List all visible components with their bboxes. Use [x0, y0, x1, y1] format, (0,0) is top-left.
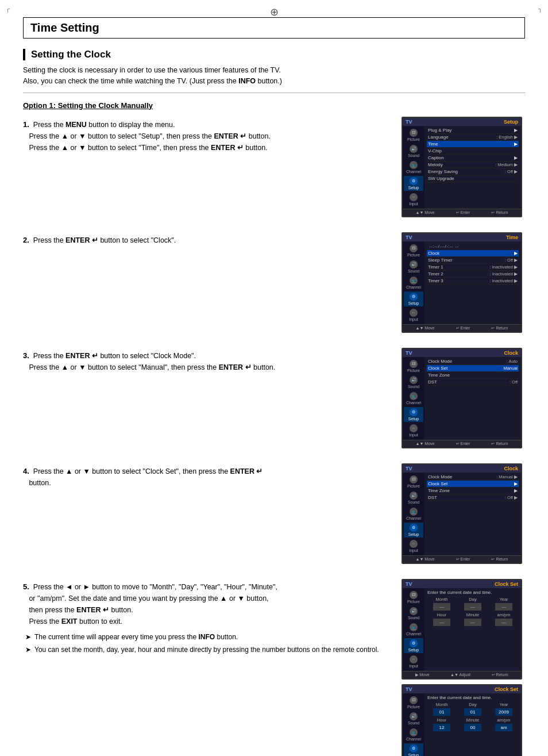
tv-header-csf: TV Clock Set	[403, 685, 521, 693]
sidebar-picture-2: 🖼 Picture	[404, 243, 423, 258]
intro-line2-end: button.)	[256, 77, 282, 85]
setup-icon-5f: ⚙	[410, 745, 418, 753]
clock-col-day-filled: Day 01	[458, 702, 487, 716]
sidebar-picture-5e: 🖼 Picture	[404, 590, 423, 605]
sidebar-sound-4: 🔊 Sound	[404, 490, 423, 505]
menu-row-dst2: DST : Off ▶	[427, 494, 519, 501]
sound-icon-5e: 🔊	[410, 607, 418, 615]
step-1-content: 1. Press the MENU button to display the …	[23, 117, 402, 154]
channel-icon: 📺	[410, 161, 418, 169]
channel-icon-2: 📺	[410, 277, 418, 285]
menu-row-clockset-manual: Clock Set Manual	[427, 365, 519, 372]
step-4: 4. Press the ▲ or ▼ button to select "Cl…	[23, 463, 525, 569]
step-5-content: 5. Press the ◄ or ► button to move to "M…	[23, 579, 402, 658]
step-3-text: 3. Press the ENTER ↵ button to select "C…	[23, 348, 396, 374]
picture-icon: 🖼	[410, 129, 418, 137]
clock-col-day-empty: Day —	[458, 597, 487, 611]
sidebar-setup-2: ⚙ Setup	[404, 291, 423, 306]
tv-body-clock-mode: 🖼 Picture 🔊 Sound 📺 Channel ⚙ Setup	[403, 357, 521, 440]
tv-content-clock-mode: Clock Mode : Auto Clock Set Manual Time …	[424, 357, 521, 440]
sidebar-input-2: ↔ Input	[404, 308, 423, 323]
intro-line1: Setting the clock is necessary in order …	[23, 66, 281, 74]
section-title: Setting the Clock	[31, 49, 525, 60]
clock-grid-time-empty: Hour — Minute — am/pm —	[427, 612, 518, 626]
intro-bold: INFO	[238, 77, 256, 85]
tv-footer-time: ▲▼ Move ↵ Enter ↩ Return	[403, 324, 521, 332]
sidebar-input-4: ↔ Input	[404, 539, 423, 554]
tv-content-time: --:--/---/-:-- -- Clock ▶ Sleep Timer : …	[424, 241, 521, 324]
clock-col-year-empty: Year —	[489, 597, 518, 611]
step-1-num: 1.	[23, 120, 29, 129]
menu-row-vchip: V-Chip	[427, 148, 519, 155]
sidebar-channel-3: 📺 Channel	[404, 391, 423, 406]
sub-bullet-2: ➤ You can set the month, day, year, hour…	[25, 644, 396, 655]
step-3-num: 3.	[23, 351, 29, 360]
sidebar-sound: 🔊 Sound	[404, 144, 423, 159]
sidebar-channel-5e: 📺 Channel	[404, 622, 423, 637]
sidebar-picture-3: 🖼 Picture	[404, 359, 423, 374]
sub-bullet-1-text: The current time will appear every time …	[34, 632, 238, 642]
menu-row-melody: Melody : Medium ▶	[427, 162, 519, 168]
sidebar-setup-3: ⚙ Setup	[404, 407, 423, 422]
step-2-text: 2. Press the ENTER ↵ button to select "C…	[23, 232, 396, 247]
sound-icon-4: 🔊	[410, 492, 418, 500]
tv-content-setup: Plug & Play ▶ Language : English ▶ Time …	[424, 126, 521, 209]
menu-row-cs2: Clock Set ▶	[427, 481, 519, 488]
tv-screen-clock-mode: TV Clock 🖼 Picture 🔊 Sound 📺 Channel	[402, 348, 522, 448]
tv-body-clock-select: 🖼 Picture 🔊 Sound 📺 Channel ⚙ Setup	[403, 473, 521, 555]
sidebar-channel-4: 📺 Channel	[404, 506, 423, 521]
menu-row-caption: Caption ▶	[427, 155, 519, 162]
channel-icon-5f: 📺	[410, 728, 418, 736]
tv-footer-setup: ▲▼ Move ↵ Enter ↩ Return	[403, 209, 521, 216]
tv-header-cse: TV Clock Set	[403, 580, 521, 588]
step-5-num: 5.	[23, 582, 29, 591]
tv-body-setup: 🖼 Picture 🔊 Sound 📺 Channel ⚙ Setup	[403, 126, 521, 209]
tv-sidebar-time: 🖼 Picture 🔊 Sound 📺 Channel ⚙ Setup	[403, 241, 424, 324]
menu-row-clockmode: Clock Mode : Auto	[427, 358, 519, 365]
clock-col-hour-filled: Hour 12	[427, 717, 456, 731]
step-3-content: 3. Press the ENTER ↵ button to select "C…	[23, 348, 402, 374]
clock-set-content-empty: Enter the current date and time. Month —…	[424, 588, 521, 671]
step-1: 1. Press the MENU button to display the …	[23, 117, 525, 222]
sound-icon-2: 🔊	[410, 260, 418, 268]
step-4-content: 4. Press the ▲ or ▼ button to select "Cl…	[23, 463, 402, 489]
input-icon-2: ↔	[410, 309, 418, 317]
menu-row-time: Time ▶	[427, 141, 519, 148]
step-4-image: TV Clock 🖼 Picture 🔊 Sound 📺 Channel	[402, 463, 525, 569]
tv-sidebar-csf: 🖼 Picture 🔊 Sound 📺 Channel ⚙ Setup	[403, 693, 424, 757]
clock-col-minute-empty: Minute —	[458, 612, 487, 626]
tv-body-cse: 🖼 Picture 🔊 Sound 📺 Channel ⚙ Setup	[403, 588, 521, 671]
clock-col-month-filled: Month 01	[427, 702, 456, 716]
step-5-sub-bullets: ➤ The current time will appear every tim…	[25, 632, 396, 655]
tv-header-clock-mode: TV Clock	[403, 349, 521, 357]
tv-screen-setup: TV Setup 🖼 Picture 🔊 Sound 📺 Channel	[402, 117, 522, 217]
step-5-image: TV Clock Set 🖼 Picture 🔊 Sound 📺 Channe	[402, 579, 525, 757]
clock-set-content-filled: Enter the current date and time. Month 0…	[424, 693, 521, 757]
clock-col-minute-filled: Minute 00	[458, 717, 487, 731]
clock-set-prompt-filled: Enter the current date and time.	[427, 695, 518, 700]
sound-icon-5f: 🔊	[410, 712, 418, 720]
clock-col-year-filled: Year 2009	[489, 702, 518, 716]
tv-footer-clock-mode: ▲▼ Move ↵ Enter ↩ Return	[403, 440, 521, 447]
section-heading: Setting the Clock	[23, 49, 525, 60]
clock-grid-date-filled: Month 01 Day 01 Year 2009	[427, 702, 518, 716]
tv-header-clock-select: TV Clock	[403, 465, 521, 473]
clock-col-ampm-empty: am/pm —	[489, 612, 518, 626]
menu-row-language: Language : English ▶	[427, 134, 519, 141]
page-title: Time Setting	[30, 21, 518, 34]
tv-screen-time: TV Time 🖼 Picture 🔊 Sound 📺 Channel	[402, 232, 522, 333]
menu-row-timezone: Time Zone	[427, 372, 519, 379]
menu-row-plug: Plug & Play ▶	[427, 127, 519, 134]
step-3: 3. Press the ENTER ↵ button to select "C…	[23, 348, 525, 453]
sidebar-setup-4: ⚙ Setup	[404, 523, 423, 538]
channel-icon-3: 📺	[410, 392, 418, 400]
menu-row-cm2: Clock Mode : Manual ▶	[427, 474, 519, 481]
page-title-box: Time Setting	[23, 17, 525, 39]
picture-icon-3: 🖼	[410, 360, 418, 368]
sidebar-channel-5f: 📺 Channel	[404, 727, 423, 742]
tv-screen-clock-set-empty: TV Clock Set 🖼 Picture 🔊 Sound 📺 Channe	[402, 579, 522, 680]
menu-row-timer1: Timer 1 : Inactivated ▶	[427, 264, 519, 271]
sidebar-picture: 🖼 Picture	[404, 128, 423, 143]
sidebar-sound-5e: 🔊 Sound	[404, 606, 423, 621]
step-5-text: 5. Press the ◄ or ► button to move to "M…	[23, 579, 396, 628]
